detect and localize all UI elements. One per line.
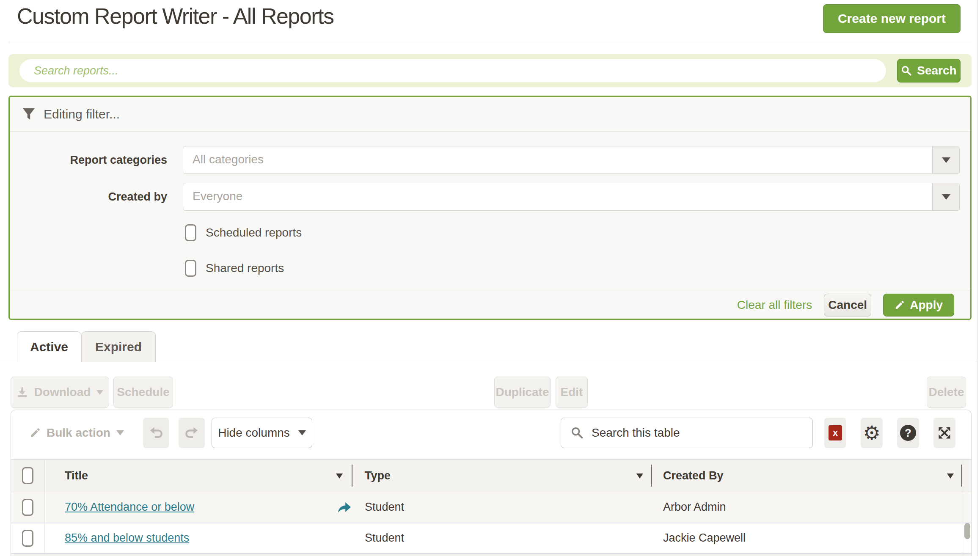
row-checkbox-cell: [11, 492, 45, 523]
cell-type: Student: [365, 501, 404, 514]
magnifier-icon: [570, 426, 584, 440]
chevron-down-icon: [942, 157, 950, 163]
select-all-checkbox[interactable]: [22, 467, 33, 484]
gear-icon: ⚙: [863, 423, 880, 443]
column-separator: [352, 465, 352, 487]
share-icon: [337, 500, 352, 515]
scheduled-reports-label[interactable]: Scheduled reports: [206, 226, 302, 239]
report-categories-value: All categories: [183, 146, 959, 173]
delete-button[interactable]: Delete: [927, 377, 966, 408]
column-separator: [651, 465, 652, 487]
table-row-partial: [11, 554, 971, 556]
cancel-button[interactable]: Cancel: [824, 294, 871, 317]
table-search-box: [561, 418, 813, 448]
shared-reports-label[interactable]: Shared reports: [206, 261, 284, 275]
table-row: 70% Attendance or below Student Arbor Ad…: [11, 492, 971, 523]
edit-button[interactable]: Edit: [556, 377, 588, 408]
schedule-button[interactable]: Schedule: [113, 377, 173, 408]
cell-type: Student: [365, 531, 404, 545]
header-divider: [8, 42, 972, 42]
apply-button[interactable]: Apply: [883, 294, 954, 317]
download-button[interactable]: Download: [11, 377, 109, 408]
funnel-icon: [22, 108, 35, 121]
expand-icon: [937, 425, 952, 440]
search-button[interactable]: Search: [897, 59, 961, 83]
column-header-created-by[interactable]: Created By: [663, 460, 724, 492]
shared-reports-option: Shared reports: [185, 259, 284, 278]
redo-button[interactable]: [179, 418, 205, 448]
scheduled-reports-checkbox[interactable]: [185, 224, 196, 241]
cell-created-by: Jackie Capewell: [663, 531, 746, 545]
hide-columns-label: Hide columns: [218, 426, 290, 440]
sort-caret-icon[interactable]: [336, 473, 343, 479]
search-reports-input[interactable]: [19, 59, 886, 82]
excel-icon: x: [829, 425, 842, 440]
created-by-caret-button[interactable]: [932, 183, 959, 210]
scheduled-reports-option: Scheduled reports: [185, 223, 302, 242]
tab-active-label: Active: [30, 340, 68, 354]
bulk-action-label: Bulk action: [47, 426, 110, 440]
filter-panel-footer: Clear all filters Cancel Apply: [10, 291, 970, 319]
filter-panel-title: Editing filter...: [44, 107, 120, 121]
delete-label: Delete: [928, 385, 964, 399]
clear-all-filters-link[interactable]: Clear all filters: [737, 298, 812, 312]
report-search-bar: Search: [8, 54, 972, 87]
filter-row-created-by: Created by Everyone: [10, 183, 970, 211]
table-header-row: Title Type Created By: [11, 459, 971, 492]
sort-caret-icon[interactable]: [636, 473, 643, 479]
redo-icon: [184, 426, 199, 440]
report-categories-caret-button[interactable]: [932, 146, 959, 173]
pencil-icon: [895, 300, 905, 310]
duplicate-label: Duplicate: [496, 385, 549, 399]
tab-expired-label: Expired: [95, 340, 142, 354]
apply-button-label: Apply: [910, 298, 943, 312]
table-scrollbar-thumb[interactable]: [964, 523, 970, 539]
help-icon: ?: [900, 425, 916, 441]
create-new-report-label: Create new report: [838, 11, 946, 26]
tab-active[interactable]: Active: [17, 331, 81, 362]
undo-button[interactable]: [143, 418, 169, 448]
tab-expired[interactable]: Expired: [81, 331, 156, 362]
undo-icon: [149, 426, 163, 440]
hide-columns-button[interactable]: Hide columns: [212, 418, 312, 448]
select-all-cell: [11, 460, 45, 492]
filter-row-report-categories: Report categories All categories: [10, 146, 970, 174]
help-button[interactable]: ?: [897, 418, 919, 448]
chevron-down-icon: [96, 390, 103, 395]
search-button-label: Search: [917, 64, 956, 77]
reports-table-card: Bulk action Hide columns x ⚙ ?: [11, 410, 972, 556]
row-checkbox[interactable]: [22, 530, 33, 547]
schedule-label: Schedule: [117, 385, 169, 399]
duplicate-button[interactable]: Duplicate: [494, 377, 551, 408]
filter-panel-header: Editing filter...: [10, 97, 970, 132]
settings-button[interactable]: ⚙: [861, 418, 883, 448]
page-title: Custom Report Writer - All Reports: [17, 3, 333, 29]
shared-reports-checkbox[interactable]: [185, 260, 196, 277]
chevron-down-icon: [942, 194, 950, 200]
created-by-value: Everyone: [183, 183, 959, 209]
report-categories-label: Report categories: [10, 146, 167, 174]
magnifier-icon: [901, 65, 912, 76]
chevron-down-icon: [116, 430, 124, 435]
report-categories-select[interactable]: All categories: [183, 146, 960, 174]
column-header-type[interactable]: Type: [365, 460, 391, 492]
fullscreen-button[interactable]: [933, 418, 955, 448]
export-excel-button[interactable]: x: [824, 418, 846, 448]
page-scrollbar-edge: [977, 0, 977, 556]
table-search-input[interactable]: [592, 426, 812, 440]
created-by-select[interactable]: Everyone: [183, 183, 960, 211]
row-checkbox-cell: [11, 523, 45, 553]
cell-created-by: Arbor Admin: [663, 501, 726, 514]
column-header-title[interactable]: Title: [65, 460, 88, 492]
table-row: 85% and below students Student Jackie Ca…: [11, 523, 971, 553]
download-label: Download: [34, 385, 91, 399]
chevron-down-icon: [298, 430, 306, 435]
sort-caret-icon[interactable]: [947, 473, 954, 479]
report-link[interactable]: 70% Attendance or below: [65, 501, 194, 514]
pencil-icon: [30, 427, 41, 438]
bulk-action-button[interactable]: Bulk action: [30, 417, 124, 449]
create-new-report-button[interactable]: Create new report: [823, 4, 961, 33]
download-icon: [17, 386, 28, 398]
row-checkbox[interactable]: [22, 499, 33, 516]
report-link[interactable]: 85% and below students: [65, 531, 189, 545]
